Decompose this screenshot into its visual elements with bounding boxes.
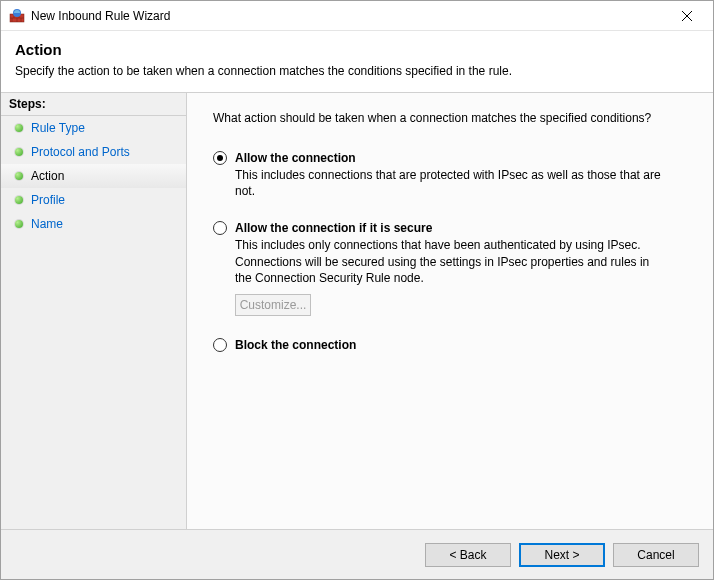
- radio-allow-secure[interactable]: [213, 221, 227, 235]
- option-head-allow-secure[interactable]: Allow the connection if it is secure: [213, 221, 687, 235]
- bullet-icon: [15, 172, 23, 180]
- option-allow-secure: Allow the connection if it is secureThis…: [213, 221, 687, 316]
- bullet-icon: [15, 148, 23, 156]
- wizard-window: New Inbound Rule Wizard Action Specify t…: [0, 0, 714, 580]
- option-title-block: Block the connection: [235, 338, 356, 352]
- option-block: Block the connection: [213, 338, 687, 352]
- step-profile[interactable]: Profile: [1, 188, 186, 212]
- option-allow: Allow the connectionThis includes connec…: [213, 151, 687, 199]
- step-label: Name: [31, 217, 63, 231]
- bullet-icon: [15, 124, 23, 132]
- cancel-button[interactable]: Cancel: [613, 543, 699, 567]
- step-protocol-and-ports[interactable]: Protocol and Ports: [1, 140, 186, 164]
- back-button[interactable]: < Back: [425, 543, 511, 567]
- option-desc-allow-secure: This includes only connections that have…: [235, 237, 665, 286]
- step-action[interactable]: Action: [1, 164, 186, 188]
- steps-sidebar: Steps: Rule TypeProtocol and PortsAction…: [1, 92, 187, 529]
- bullet-icon: [15, 196, 23, 204]
- radio-allow[interactable]: [213, 151, 227, 165]
- window-title: New Inbound Rule Wizard: [31, 9, 667, 23]
- bullet-icon: [15, 220, 23, 228]
- step-label: Profile: [31, 193, 65, 207]
- option-title-allow: Allow the connection: [235, 151, 356, 165]
- option-head-block[interactable]: Block the connection: [213, 338, 687, 352]
- option-title-allow-secure: Allow the connection if it is secure: [235, 221, 432, 235]
- wizard-footer: < Back Next > Cancel: [1, 529, 713, 579]
- wizard-body: Steps: Rule TypeProtocol and PortsAction…: [1, 92, 713, 529]
- next-button[interactable]: Next >: [519, 543, 605, 567]
- steps-heading: Steps:: [1, 93, 186, 116]
- option-head-allow[interactable]: Allow the connection: [213, 151, 687, 165]
- firewall-icon: [9, 8, 25, 24]
- step-label: Protocol and Ports: [31, 145, 130, 159]
- customize-button: Customize...: [235, 294, 311, 316]
- close-button[interactable]: [667, 2, 707, 30]
- step-name[interactable]: Name: [1, 212, 186, 236]
- page-header: Action Specify the action to be taken wh…: [1, 31, 713, 92]
- titlebar: New Inbound Rule Wizard: [1, 1, 713, 31]
- step-label: Action: [31, 169, 64, 183]
- radio-block[interactable]: [213, 338, 227, 352]
- option-desc-allow: This includes connections that are prote…: [235, 167, 665, 199]
- page-title: Action: [15, 41, 699, 58]
- step-label: Rule Type: [31, 121, 85, 135]
- step-rule-type[interactable]: Rule Type: [1, 116, 186, 140]
- page-subtitle: Specify the action to be taken when a co…: [15, 64, 699, 78]
- content-pane: What action should be taken when a conne…: [187, 92, 713, 529]
- action-prompt: What action should be taken when a conne…: [213, 111, 687, 125]
